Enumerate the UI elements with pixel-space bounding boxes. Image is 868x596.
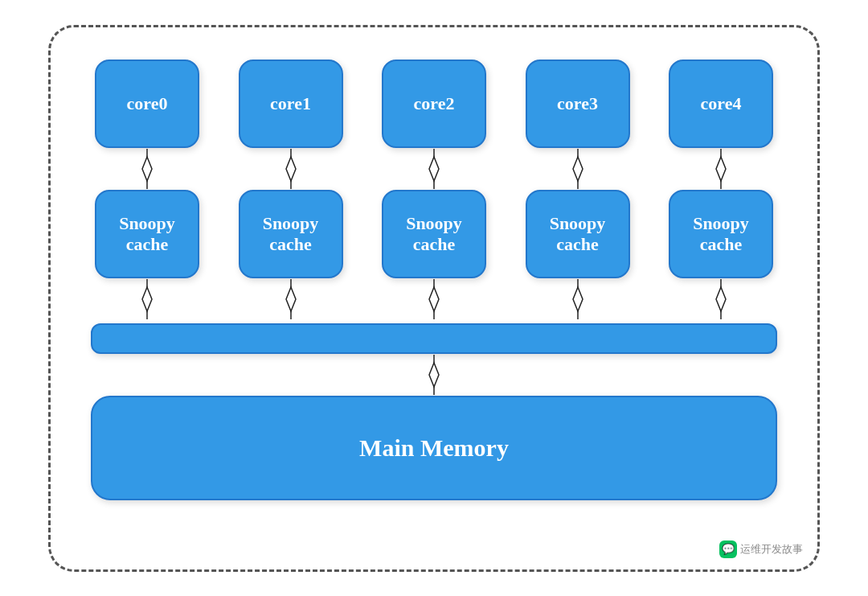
svg-marker-17 (573, 287, 583, 311)
svg-marker-15 (429, 287, 439, 311)
memory-label: Main Memory (359, 434, 509, 462)
cache-column-4: Snoopy cache (665, 190, 777, 278)
cache-bus-conn-4 (665, 278, 777, 320)
cache-bus-conn-2 (378, 278, 490, 320)
cache-column-0: Snoopy cache (91, 190, 203, 278)
core-label-2: core2 (414, 93, 455, 114)
cache-column-1: Snoopy cache (235, 190, 347, 278)
caches-row: Snoopy cache Snoopy cache Snoopy cache S… (91, 190, 777, 278)
core-label-4: core4 (701, 93, 742, 114)
svg-marker-7 (573, 157, 583, 181)
cache-label-1: Snoopy cache (263, 213, 319, 255)
cache-column-3: Snoopy cache (522, 190, 634, 278)
core-column-0: core0 (91, 60, 203, 148)
connector-col-2 (378, 148, 490, 190)
cache-box-3: Snoopy cache (526, 190, 630, 278)
core-box-3: core3 (526, 60, 630, 148)
core-box-0: core0 (95, 60, 199, 148)
connector-col-1 (235, 148, 347, 190)
diamond-4 (710, 148, 732, 190)
svg-marker-21 (429, 363, 439, 387)
diamond-3 (567, 148, 589, 190)
svg-marker-13 (286, 287, 296, 311)
core-column-4: core4 (665, 60, 777, 148)
cache-box-4: Snoopy cache (669, 190, 773, 278)
connector-col-3 (522, 148, 634, 190)
cache-box-2: Snoopy cache (382, 190, 486, 278)
svg-marker-19 (716, 287, 726, 311)
cache-label-0: Snoopy cache (119, 213, 175, 255)
watermark-text: 运维开发故事 (740, 542, 803, 557)
cache-bus-conn-1 (235, 278, 347, 320)
cache-box-0: Snoopy cache (95, 190, 199, 278)
connector-col-0 (91, 148, 203, 190)
cache-bus-conn-3 (522, 278, 634, 320)
cache-label-4: Snoopy cache (693, 213, 749, 255)
core-box-4: core4 (669, 60, 773, 148)
diamond-1 (280, 148, 302, 190)
svg-marker-3 (286, 157, 296, 181)
connector-col-4 (665, 148, 777, 190)
cache-column-2: Snoopy cache (378, 190, 490, 278)
core-column-3: core3 (522, 60, 634, 148)
diamond-bus-4 (710, 278, 732, 320)
svg-marker-9 (716, 157, 726, 181)
diamond-bus-0 (136, 278, 158, 320)
main-memory: Main Memory (91, 396, 777, 500)
svg-marker-1 (142, 157, 152, 181)
core-box-2: core2 (382, 60, 486, 148)
diamond-bus-3 (567, 278, 589, 320)
cache-label-2: Snoopy cache (406, 213, 462, 255)
diamond-bus-2 (423, 278, 445, 320)
core-column-1: core1 (235, 60, 347, 148)
architecture-diagram: core0 core1 core2 core3 core4 (48, 25, 820, 572)
svg-marker-5 (429, 157, 439, 181)
cache-label-3: Snoopy cache (550, 213, 606, 255)
cache-bus-connectors (91, 278, 777, 320)
core-cache-connectors (91, 148, 777, 190)
svg-marker-11 (142, 287, 152, 311)
bus-memory-connector (423, 354, 445, 396)
core-label-1: core1 (270, 93, 311, 114)
cores-row: core0 core1 core2 core3 core4 (91, 60, 777, 148)
core-label-0: core0 (127, 93, 168, 114)
cache-box-1: Snoopy cache (239, 190, 343, 278)
watermark: 💬 运维开发故事 (719, 541, 803, 558)
diamond-0 (136, 148, 158, 190)
core-box-1: core1 (239, 60, 343, 148)
diamond-bus-1 (280, 278, 302, 320)
cache-bus-conn-0 (91, 278, 203, 320)
core-label-3: core3 (557, 93, 598, 114)
system-bus (91, 323, 777, 354)
wechat-icon: 💬 (719, 541, 737, 558)
core-column-2: core2 (378, 60, 490, 148)
diamond-2 (423, 148, 445, 190)
